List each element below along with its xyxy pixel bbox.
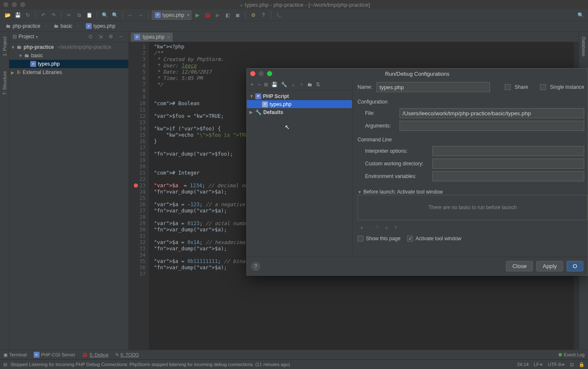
tree-root[interactable]: ▼🖿 php-practice ~/work/tmp/php-practice [9,43,128,51]
env-input[interactable] [432,171,584,181]
caret-position[interactable]: 24:14 [517,362,529,367]
paste-icon[interactable]: 📋 [85,11,93,19]
down-icon[interactable]: ▼ [299,82,304,88]
context-icon[interactable]: ⊡ [570,362,574,367]
event-log-tab[interactable]: Event Log [559,352,585,357]
debug-tab[interactable]: 🐞 5: Debug [82,352,109,358]
tree-file[interactable]: P types.php [9,60,128,68]
breadcrumb-item[interactable]: Ptypes.php [83,23,118,29]
project-panel-header: ⊟ Project ▾ ⊙ ⇲ ⚙ − [9,32,128,42]
apply-button[interactable]: Apply [536,261,563,271]
add-icon[interactable]: ＋ [249,81,254,88]
redo-icon[interactable]: ↷ [49,11,58,19]
activate-tool-label: Activate tool window [416,236,461,242]
close-window-icon[interactable] [3,2,8,7]
listen-icon[interactable]: 📞 [275,11,283,19]
folder-icon[interactable]: 🖿 [307,82,313,88]
run-icon[interactable]: ▶ [193,11,201,19]
line-separator[interactable]: LF≑ [534,362,543,367]
tree-folder[interactable]: ▼🖿 basic [9,51,128,60]
forward-icon[interactable]: → [136,11,145,19]
add-icon[interactable]: ＋ [359,224,364,231]
project-tree[interactable]: ▼🖿 php-practice ~/work/tmp/php-practice … [9,42,128,77]
folder-icon: 🖿 [6,23,11,29]
help-icon[interactable]: ? [259,11,268,19]
single-instance-checkbox[interactable] [540,84,546,90]
php-cgi-tab[interactable]: P PHP-CGI Server [34,352,75,358]
file-input[interactable] [400,108,584,118]
before-launch-header[interactable]: ▼Before launch: Activate tool window [358,189,588,195]
interp-input[interactable] [432,146,584,156]
config-tree[interactable]: ▼P PHP Script P types.php ▶🔧 Defaults [247,90,352,257]
encoding[interactable]: UTF-8≑ [548,362,565,367]
undo-icon[interactable]: ↶ [39,11,48,19]
dialog-config-form: Name: Share Single instance Configuratio… [352,79,588,257]
cwd-input[interactable] [432,159,584,169]
back-icon[interactable]: ← [126,11,135,19]
database-tool-tab[interactable]: Database [580,33,587,60]
gear-icon[interactable]: ⚙ [106,32,115,41]
project-tool-tab[interactable]: 1: Project [1,33,8,59]
interp-label: Interpreter options: [365,148,428,154]
tree-external-libs[interactable]: ▶⊪ External Libraries [9,68,128,77]
dialog-list-toolbar: ＋ − ⧉ 💾 🔧 ▲ ▼ 🖿 ⇅ [247,79,352,90]
ok-button[interactable]: O [567,261,583,271]
editor-tab[interactable]: P types.php × [130,32,173,42]
config-category[interactable]: ▼P PHP Script [247,92,352,100]
target-icon[interactable]: ⊙ [86,32,95,41]
remove-icon[interactable]: − [258,82,261,88]
config-item[interactable]: P types.php [247,100,352,108]
run-config-selector[interactable]: P types.php [152,11,191,20]
stop-icon[interactable]: ◼ [233,11,242,19]
name-input[interactable] [376,82,490,92]
collapse-icon[interactable]: ⇲ [96,32,105,41]
up-icon[interactable]: ▲ [384,224,389,231]
help-icon[interactable]: ? [251,262,260,271]
lock-icon[interactable]: 🔒 [579,362,585,367]
breadcrumb-item[interactable]: 🖿php-practice [3,23,43,29]
save-icon[interactable]: 💾 [271,82,278,88]
structure-tool-tab[interactable]: 7: Structure [1,68,8,98]
php-icon: P [86,23,92,29]
sort-icon[interactable]: ⇅ [316,82,320,88]
edit-icon[interactable]: ✎ [376,224,380,231]
copy-icon[interactable]: ⧉ [75,11,83,19]
debug-icon[interactable]: 🐞 [203,11,212,19]
search-everywhere-icon[interactable]: 🔍 [576,11,585,19]
cut-icon[interactable]: ✂ [65,11,73,19]
copy-icon[interactable]: ⧉ [264,82,268,88]
hide-icon[interactable]: − [117,32,125,41]
sync-icon[interactable]: ↻ [24,11,32,19]
line-gutter[interactable]: 1234567891011121314151617181920212223242… [129,42,149,350]
todo-tab[interactable]: ✎ 6: TODO [115,352,139,358]
args-input[interactable] [400,121,584,131]
open-icon[interactable]: 📂 [3,11,12,19]
find-icon[interactable]: 🔍 [101,11,109,19]
zoom-window-icon[interactable] [20,2,25,7]
activate-tool-checkbox[interactable] [407,236,413,242]
show-page-checkbox[interactable] [358,236,363,242]
config-defaults[interactable]: ▶🔧 Defaults [247,108,352,116]
command-line-section: Command Line [358,137,588,143]
settings-icon[interactable]: ⚙ [249,11,257,19]
traffic-lights [3,2,25,7]
share-checkbox[interactable] [505,84,511,90]
up-icon[interactable]: ▲ [291,82,296,88]
window-titlebar: ⬦ types.php - php-practice - [~/work/tmp… [0,0,588,9]
wrench-icon[interactable]: 🔧 [281,82,287,88]
profile-icon[interactable]: ◧ [223,11,232,19]
dialog-title: Run/Debug Configurations [247,71,588,77]
down-icon[interactable]: ▼ [393,224,398,231]
dialog-titlebar[interactable]: Run/Debug Configurations [247,69,588,79]
remove-icon[interactable]: − [368,224,371,231]
share-label: Share [515,84,528,90]
status-icon[interactable]: ⊟ [3,362,7,367]
breadcrumb-item[interactable]: 🖿basic [51,23,75,29]
close-icon[interactable]: × [167,35,170,40]
coverage-icon[interactable]: ▶ [213,11,222,19]
save-all-icon[interactable]: 💾 [13,11,22,19]
close-button[interactable]: Close [506,261,533,271]
minimize-window-icon[interactable] [12,2,17,7]
replace-icon[interactable]: 🔍 [111,11,119,19]
terminal-tab[interactable]: ▣ Terminal [3,352,27,358]
